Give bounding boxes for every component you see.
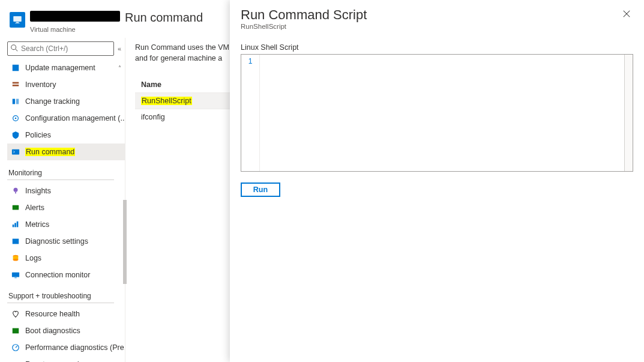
run-command-icon xyxy=(11,147,20,157)
section-monitoring: Monitoring xyxy=(7,160,114,180)
change-tracking-icon xyxy=(11,97,20,106)
nav-item-configuration-management[interactable]: Configuration management (... xyxy=(7,110,125,127)
nav-label: Configuration management (... xyxy=(25,114,125,122)
svg-rect-16 xyxy=(13,225,14,227)
nav-label: Resource health xyxy=(25,310,80,318)
panel-title: Run Command Script xyxy=(241,7,367,23)
command-name: RunShellScript xyxy=(141,97,192,105)
nav-item-inventory[interactable]: Inventory xyxy=(7,76,125,93)
nav-item-logs[interactable]: Logs xyxy=(7,250,125,267)
search-box[interactable] xyxy=(7,41,114,56)
nav-label: Update management xyxy=(25,64,95,72)
svg-point-11 xyxy=(15,118,17,119)
metrics-icon xyxy=(11,220,20,229)
page-title: Run command xyxy=(125,11,203,25)
nav-item-change-tracking[interactable]: Change tracking xyxy=(7,93,125,110)
vm-icon xyxy=(10,12,25,28)
nav-label: Alerts xyxy=(25,204,44,212)
nav-item-update-management[interactable]: Update management ˄ xyxy=(7,59,125,76)
nav-label: Connection monitor xyxy=(25,271,90,279)
insights-icon xyxy=(11,186,20,196)
svg-rect-8 xyxy=(13,99,15,104)
svg-point-22 xyxy=(13,259,19,261)
svg-point-13 xyxy=(14,188,18,192)
svg-rect-5 xyxy=(13,65,19,71)
nav-label: Policies xyxy=(25,131,51,139)
policies-icon xyxy=(11,130,20,140)
nav-item-policies[interactable]: Policies xyxy=(7,127,125,143)
perf-diag-icon xyxy=(11,343,20,352)
search-input[interactable] xyxy=(19,44,111,53)
svg-rect-19 xyxy=(13,239,19,244)
nav-item-resource-health[interactable]: Resource health xyxy=(7,306,125,322)
nav-label: Insights xyxy=(25,187,51,195)
search-icon xyxy=(10,44,19,54)
nav-item-diagnostic-settings[interactable]: Diagnostic settings xyxy=(7,233,125,250)
nav-item-metrics[interactable]: Metrics xyxy=(7,216,125,233)
chevron-up-icon: ˄ xyxy=(118,65,121,71)
nav-item-reset-password[interactable]: Reset password xyxy=(7,356,125,362)
config-icon xyxy=(11,113,20,123)
svg-rect-9 xyxy=(16,99,19,104)
nav-item-run-command[interactable]: Run command xyxy=(7,143,125,160)
svg-rect-15 xyxy=(13,205,19,210)
nav-label: Inventory xyxy=(25,80,56,89)
svg-rect-1 xyxy=(16,22,19,23)
run-button[interactable]: Run xyxy=(241,183,280,197)
nav-item-boot-diagnostics[interactable]: Boot diagnostics xyxy=(7,322,125,339)
nav-item-alerts[interactable]: Alerts xyxy=(7,199,125,216)
svg-rect-23 xyxy=(12,273,19,277)
svg-rect-7 xyxy=(13,85,19,86)
nav-label: Diagnostic settings xyxy=(25,237,88,246)
sidebar: « Update management ˄ Inventory xyxy=(0,38,125,362)
editor-scrollbar[interactable] xyxy=(624,55,633,171)
connection-monitor-icon xyxy=(11,270,20,280)
svg-line-4 xyxy=(16,49,18,51)
boot-diag-icon xyxy=(11,326,20,336)
svg-rect-2 xyxy=(15,23,20,23)
heart-icon xyxy=(11,309,20,319)
logs-icon xyxy=(11,253,20,263)
nav-item-insights[interactable]: Insights xyxy=(7,183,125,199)
svg-rect-0 xyxy=(13,16,22,22)
alerts-icon xyxy=(11,203,20,213)
svg-rect-18 xyxy=(17,222,19,228)
svg-rect-6 xyxy=(13,82,19,84)
command-name: ifconfig xyxy=(141,113,165,121)
nav-item-performance-diagnostics[interactable]: Performance diagnostics (Pre... xyxy=(7,339,125,356)
nav-list: Update management ˄ Inventory Change tra… xyxy=(7,59,125,362)
script-textarea[interactable] xyxy=(259,55,624,171)
nav-label: Metrics xyxy=(25,220,49,229)
svg-rect-24 xyxy=(14,277,17,278)
svg-rect-17 xyxy=(14,223,16,227)
collapse-sidebar-button[interactable]: « xyxy=(114,45,121,52)
nav-label: Change tracking xyxy=(25,97,80,106)
panel-subtitle: RunShellScript xyxy=(241,23,367,30)
key-icon xyxy=(11,360,20,362)
run-command-panel: Run Command Script RunShellScript Linux … xyxy=(230,0,644,362)
nav-item-connection-monitor[interactable]: Connection monitor xyxy=(7,267,125,283)
script-editor[interactable]: 1 xyxy=(241,54,633,172)
nav-label: Performance diagnostics (Pre... xyxy=(25,343,125,352)
vm-subtitle: Virtual machine xyxy=(30,26,203,33)
scrollbar-indicator[interactable] xyxy=(123,200,127,284)
inventory-icon xyxy=(11,80,20,89)
diagnostic-icon xyxy=(11,237,20,246)
nav-label: Run command xyxy=(25,148,75,156)
svg-point-3 xyxy=(11,44,16,49)
svg-rect-14 xyxy=(15,192,16,194)
nav-label: Boot diagnostics xyxy=(25,327,80,335)
svg-rect-25 xyxy=(13,328,19,334)
editor-gutter: 1 xyxy=(241,55,259,171)
script-field-label: Linux Shell Script xyxy=(241,43,633,52)
svg-rect-12 xyxy=(12,149,19,155)
close-button[interactable] xyxy=(620,7,633,22)
section-support: Support + troubleshooting xyxy=(7,283,114,303)
vm-name-redacted xyxy=(30,11,120,22)
nav-label: Logs xyxy=(25,254,41,262)
update-icon xyxy=(11,63,20,73)
